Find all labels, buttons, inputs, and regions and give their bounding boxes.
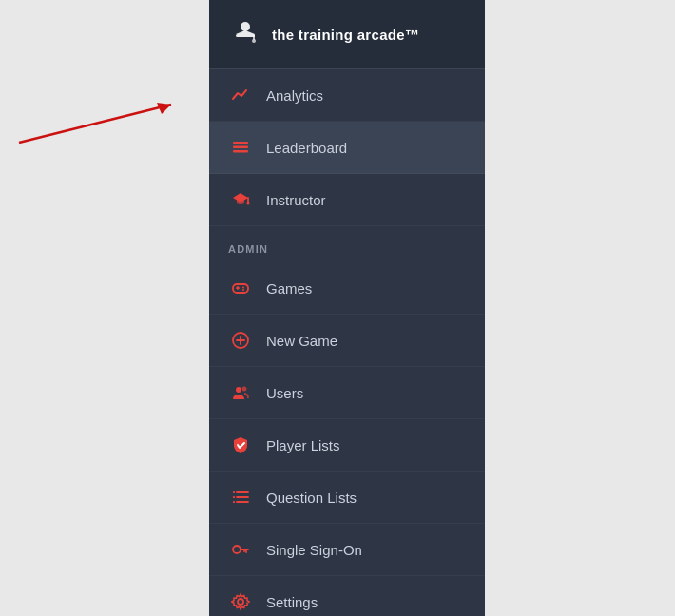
svg-point-30 bbox=[233, 546, 241, 553]
page-container: the training arcade™ Analytics bbox=[0, 0, 675, 616]
sidebar-item-player-lists[interactable]: Player Lists bbox=[209, 419, 485, 472]
svg-point-17 bbox=[242, 287, 244, 289]
leaderboard-icon bbox=[228, 135, 253, 160]
arrow-annotation bbox=[0, 86, 200, 162]
sidebar-item-games-label: Games bbox=[266, 280, 466, 297]
logo-icon bbox=[228, 17, 262, 51]
sidebar-item-single-sign-on[interactable]: Single Sign-On bbox=[209, 524, 485, 576]
svg-rect-3 bbox=[236, 34, 255, 37]
player-lists-icon bbox=[228, 433, 253, 457]
settings-icon bbox=[228, 589, 253, 614]
sidebar-item-question-lists-label: Question Lists bbox=[266, 490, 466, 506]
sidebar-item-instructor[interactable]: Instructor bbox=[209, 174, 485, 226]
svg-point-6 bbox=[252, 39, 256, 43]
svg-rect-26 bbox=[233, 496, 235, 498]
admin-section-label: ADMIN bbox=[209, 226, 485, 262]
svg-line-0 bbox=[19, 105, 171, 143]
sidebar-item-leaderboard[interactable]: Leaderboard bbox=[209, 122, 485, 174]
svg-point-22 bbox=[236, 387, 241, 393]
svg-rect-7 bbox=[233, 142, 248, 144]
games-icon bbox=[228, 276, 253, 300]
sidebar-item-single-sign-on-label: Single Sign-On bbox=[266, 542, 466, 558]
svg-rect-24 bbox=[233, 491, 235, 493]
sidebar-item-settings[interactable]: Settings bbox=[209, 576, 485, 616]
sidebar-item-users[interactable]: Users bbox=[209, 367, 485, 419]
svg-marker-1 bbox=[157, 103, 171, 114]
users-icon bbox=[228, 380, 253, 405]
sidebar-item-users-label: Users bbox=[266, 385, 466, 401]
single-sign-on-icon bbox=[228, 537, 253, 562]
sidebar: the training arcade™ Analytics bbox=[209, 0, 485, 616]
svg-rect-13 bbox=[233, 284, 248, 293]
sidebar-item-new-game-label: New Game bbox=[266, 333, 466, 349]
logo-text: the training arcade™ bbox=[272, 27, 419, 43]
svg-rect-28 bbox=[233, 501, 235, 503]
sidebar-nav: Analytics Leaderboard bbox=[209, 69, 485, 616]
sidebar-item-instructor-label: Instructor bbox=[266, 192, 466, 208]
question-lists-icon bbox=[228, 485, 253, 510]
sidebar-item-question-lists[interactable]: Question Lists bbox=[209, 472, 485, 524]
svg-point-2 bbox=[241, 22, 250, 31]
svg-point-12 bbox=[247, 202, 250, 205]
analytics-icon bbox=[228, 83, 253, 107]
instructor-icon bbox=[228, 187, 253, 212]
sidebar-logo[interactable]: the training arcade™ bbox=[209, 0, 485, 69]
svg-marker-4 bbox=[236, 30, 255, 34]
svg-rect-8 bbox=[233, 146, 248, 149]
svg-point-18 bbox=[242, 289, 244, 291]
sidebar-item-leaderboard-label: Leaderboard bbox=[266, 140, 466, 156]
sidebar-item-analytics[interactable]: Analytics bbox=[209, 69, 485, 122]
sidebar-item-analytics-label: Analytics bbox=[266, 87, 466, 104]
sidebar-item-new-game[interactable]: New Game bbox=[209, 315, 485, 367]
new-game-icon bbox=[228, 328, 253, 353]
svg-point-23 bbox=[242, 387, 247, 392]
svg-rect-9 bbox=[233, 150, 248, 153]
sidebar-item-games[interactable]: Games bbox=[209, 262, 485, 315]
sidebar-item-player-lists-label: Player Lists bbox=[266, 437, 466, 453]
sidebar-item-settings-label: Settings bbox=[266, 594, 466, 610]
svg-point-34 bbox=[238, 599, 243, 605]
